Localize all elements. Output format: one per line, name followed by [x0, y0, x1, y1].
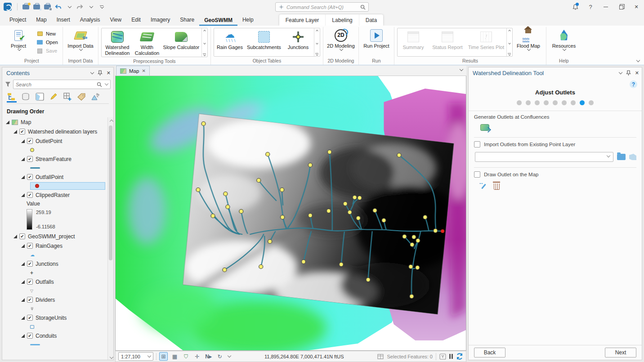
chevron-down-icon[interactable] [228, 354, 231, 358]
time-series-plot-button[interactable]: Time Series Plot [467, 29, 505, 56]
outlet-point[interactable] [397, 153, 401, 157]
help-button[interactable]: ? [583, 0, 598, 13]
expander-icon[interactable] [21, 280, 25, 284]
layer-visibility-checkbox[interactable]: ✔ [27, 279, 33, 285]
layer-row-junctions[interactable]: ✔Junctions [2, 259, 107, 268]
layer-visibility-checkbox[interactable]: ✔ [27, 138, 33, 144]
restore-button[interactable] [613, 0, 629, 13]
layer-visibility-checkbox[interactable]: ✔ [27, 333, 33, 339]
outlet-point[interactable] [412, 235, 416, 239]
project-button[interactable]: ✔ Project [4, 27, 33, 57]
subcatchments-button[interactable]: Subcatchments [245, 29, 283, 56]
outlet-point[interactable] [410, 295, 414, 299]
pin-icon[interactable] [98, 70, 103, 76]
back-button[interactable]: Back [474, 348, 505, 358]
menu-tab-map[interactable]: Map [31, 14, 51, 26]
layer-visibility-checkbox[interactable]: ✔ [19, 233, 25, 239]
outlet-point[interactable] [224, 192, 228, 196]
pause-drawing-button[interactable] [449, 354, 453, 359]
browse-folder-icon[interactable] [617, 154, 626, 160]
pane-menu-chevron-icon[interactable] [619, 71, 622, 74]
undo-button[interactable] [53, 2, 63, 12]
layer-row-conduits[interactable]: ✔Conduits [2, 331, 107, 340]
outfall-point[interactable] [441, 229, 444, 233]
snap-mode-button[interactable]: ⊞ [159, 352, 168, 361]
open-button[interactable]: Open [36, 39, 58, 46]
list-by-snapping-button[interactable] [63, 93, 72, 103]
layer-row-streamfeature[interactable]: ✔StreamFeature [2, 154, 107, 164]
run-project-button[interactable]: Run Project [362, 27, 391, 57]
outlet-point[interactable] [268, 240, 272, 244]
group-scroll-buttons[interactable] [506, 28, 512, 56]
outlet-point[interactable] [356, 216, 360, 220]
selected-symbol-row[interactable] [30, 182, 105, 190]
add-layer-icon[interactable] [629, 154, 636, 160]
outlet-point[interactable] [423, 215, 427, 219]
outlet-point[interactable] [266, 152, 270, 156]
add-point-button[interactable]: ✛ [193, 352, 201, 361]
draw-outlet-pencil-icon[interactable] [480, 183, 487, 190]
delete-outlet-trash-icon[interactable] [494, 183, 500, 190]
list-by-editing-button[interactable] [49, 93, 58, 103]
layer-visibility-checkbox[interactable]: ✔ [27, 315, 33, 321]
width-calculation-button[interactable]: Width Calculation [132, 29, 162, 56]
outlet-point[interactable] [239, 210, 243, 214]
close-pane-icon[interactable]: ✕ [635, 70, 639, 76]
outlet-point[interactable] [402, 235, 407, 239]
draw-outlet-checkbox-row[interactable]: Draw Outlet on the Map [474, 171, 636, 178]
outlet-point[interactable] [301, 260, 305, 264]
outlet-point[interactable] [201, 122, 206, 126]
redo-button[interactable] [75, 2, 85, 12]
expander-icon[interactable] [6, 121, 9, 124]
outlet-point[interactable] [308, 214, 312, 218]
contents-search-input[interactable] [16, 82, 95, 87]
undo-dropdown[interactable] [64, 2, 74, 12]
menu-tab-imagery[interactable]: Imagery [146, 14, 175, 26]
2d-modeling-button[interactable]: 2D 2D Modeling [326, 27, 356, 57]
list-by-selection-button[interactable] [35, 93, 45, 103]
list-by-drawing-order-button[interactable] [7, 93, 17, 103]
grid-view-button[interactable]: ▦ [170, 352, 179, 361]
close-pane-icon[interactable]: ✕ [107, 70, 111, 76]
map-canvas[interactable] [115, 76, 466, 351]
list-by-data-source-button[interactable] [21, 93, 31, 103]
expander-icon[interactable] [13, 235, 17, 238]
layer-row-storageunits[interactable]: ✔StorageUnits [2, 313, 107, 322]
north-arrow-button[interactable]: N▸ [204, 352, 213, 361]
expander-icon[interactable] [21, 175, 25, 179]
layer-row-outfallpoint[interactable]: ✔OutfallPoint [2, 172, 107, 182]
menu-tab-view[interactable]: View [105, 14, 126, 26]
open-project-button[interactable] [31, 2, 41, 12]
outlet-point[interactable] [382, 219, 386, 223]
menu-tab-insert[interactable]: Insert [52, 14, 75, 26]
generate-outlets-tool-icon[interactable] [480, 124, 489, 131]
outlet-point[interactable] [226, 205, 230, 209]
menu-tab-help[interactable]: Help [237, 14, 259, 26]
new-button[interactable]: New [36, 31, 58, 37]
point-layer-combobox[interactable] [475, 152, 613, 162]
list-by-labeling-button[interactable] [76, 93, 86, 103]
outlet-point[interactable] [339, 263, 343, 267]
layer-symbol-junction[interactable]: + [2, 268, 107, 277]
draw-outlet-checkbox[interactable] [474, 171, 480, 178]
expander-icon[interactable] [21, 139, 25, 143]
status-report-button[interactable]: Status Report [428, 29, 467, 56]
next-button[interactable]: Next [605, 348, 636, 358]
outlet-point[interactable] [409, 265, 413, 269]
layer-visibility-checkbox[interactable]: ✔ [27, 261, 33, 267]
layer-row-map[interactable]: Map [2, 117, 107, 127]
expander-icon[interactable] [21, 334, 25, 338]
expander-icon[interactable] [21, 157, 25, 161]
layer-row-watershed-delineation-layers[interactable]: ✔Watershed delineation layers [2, 127, 107, 136]
menu-tab-project[interactable]: Project [4, 14, 31, 26]
junctions-button[interactable]: Junctions [283, 29, 313, 56]
outlet-point[interactable] [259, 265, 263, 269]
outlet-point[interactable] [223, 268, 227, 272]
search-options-chevron-icon[interactable] [105, 82, 108, 85]
layer-visibility-checkbox[interactable]: ✔ [27, 156, 33, 162]
layer-visibility-checkbox[interactable]: ✔ [27, 297, 33, 303]
close-map-tab-icon[interactable]: ✕ [142, 68, 145, 73]
redo-dropdown[interactable] [85, 2, 95, 12]
import-outlets-checkbox-row[interactable]: Import Outlets from Existing Point Layer [474, 141, 636, 147]
outlet-point[interactable] [353, 196, 357, 200]
